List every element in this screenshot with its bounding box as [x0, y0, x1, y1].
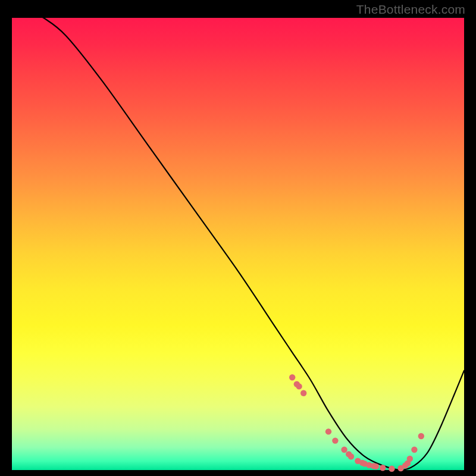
highlight-marker: [373, 464, 379, 469]
highlight-marker: [325, 428, 331, 434]
highlight-marker: [300, 390, 306, 396]
highlight-marker: [341, 447, 347, 453]
highlight-marker: [418, 433, 424, 439]
curve-svg: [12, 18, 464, 470]
watermark-text: TheBottleneck.com: [356, 2, 465, 17]
highlight-marker: [389, 466, 394, 472]
highlight-marker: [289, 374, 295, 380]
highlight-marker: [348, 453, 354, 459]
highlight-marker-group: [289, 374, 424, 472]
highlight-marker: [380, 465, 386, 471]
highlight-marker: [411, 447, 417, 453]
highlight-marker: [407, 456, 413, 462]
bottleneck-curve: [12, 0, 464, 470]
highlight-marker: [296, 383, 302, 389]
gradient-plot-area: [12, 18, 464, 470]
highlight-marker: [332, 437, 338, 443]
